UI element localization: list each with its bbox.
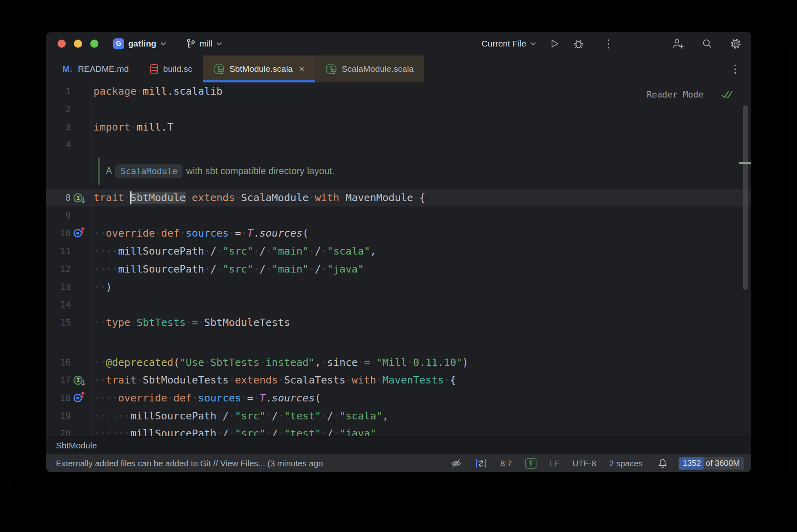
code-line[interactable]	[91, 296, 751, 314]
code-token: ·/·	[321, 410, 339, 422]
notifications-bell-icon[interactable]	[657, 458, 668, 469]
code-token: "src"	[235, 428, 265, 436]
tab-readme-md[interactable]: M↓ README.md	[52, 55, 140, 82]
code-line[interactable]: ··override·def·sources·=·T.sources(	[91, 224, 751, 242]
code-token: ·mill.T	[130, 121, 173, 133]
code-token: "scala"	[327, 245, 370, 257]
code-line[interactable]: ··type·SbtTests·=·SbtModuleTests	[91, 314, 751, 332]
line-number[interactable]: 12	[52, 264, 71, 274]
more-actions-kebab-icon[interactable]: ⋮	[603, 38, 614, 49]
code-line[interactable]	[91, 100, 751, 118]
tab-label: ScalaModule.scala	[342, 64, 414, 74]
code-token: "main"	[272, 245, 309, 257]
code-token: .	[266, 392, 272, 404]
code-line[interactable]: ··@deprecated("Use·SbtTests·instead",·si…	[91, 353, 751, 371]
code-line[interactable]: ····override·def·sources·=·T.sources(	[91, 389, 751, 407]
tab-build-sc[interactable]: build.sc	[140, 55, 203, 82]
reader-mode-widget[interactable]: Reader Mode	[647, 89, 734, 100]
project-name: gatling	[128, 39, 156, 49]
doc-code-chip[interactable]: ScalaModule	[115, 164, 183, 178]
memory-indicator[interactable]: 1352 of 3600M	[679, 457, 744, 470]
code-line[interactable]: ······millSourcePath·/·"src"·/·"test"·/·…	[91, 407, 751, 425]
line-number[interactable]: 17	[52, 375, 71, 385]
line-number[interactable]: 1	[52, 86, 71, 96]
line-number[interactable]: 2	[52, 104, 71, 114]
line-separator-widget[interactable]: LF	[550, 459, 559, 468]
debug-button[interactable]	[573, 38, 584, 49]
editor-pane[interactable]: 1package·mill.scalalib23import·mill.T4AS…	[46, 82, 751, 436]
line-number[interactable]: 4	[52, 140, 71, 150]
inspections-ok-check-icon[interactable]	[720, 89, 734, 100]
gutter: 3	[46, 118, 91, 136]
doc-text: A	[106, 166, 112, 177]
line-number[interactable]: 16	[52, 357, 71, 368]
code-line[interactable]: ····millSourcePath·/·"src"·/·"main"·/·"j…	[91, 260, 751, 278]
code-token: ·extends	[229, 374, 278, 386]
vertical-scrollbar[interactable]	[743, 105, 748, 290]
zoom-window-button[interactable]	[90, 40, 98, 48]
code-token: ·extends	[186, 192, 235, 204]
search-everywhere-icon[interactable]	[701, 38, 713, 49]
error-stripe-caret-mark	[739, 162, 751, 164]
sync-columns-icon[interactable]	[475, 457, 487, 470]
tab-sbtmodule-scala[interactable]: T SbtModule.scala ×	[203, 55, 315, 82]
line-number[interactable]: 19	[52, 411, 71, 421]
code-line[interactable]: import·mill.T	[91, 118, 751, 136]
line-number[interactable]: 20	[52, 428, 71, 436]
indent-widget[interactable]: 2 spaces	[609, 459, 643, 468]
breadcrumb-item[interactable]: SbtModule	[56, 441, 97, 450]
minimize-window-button[interactable]	[74, 40, 82, 48]
overrides-gutter-icon[interactable]	[73, 229, 82, 237]
line-number[interactable]: 14	[52, 299, 71, 310]
code-token: trait	[94, 192, 124, 204]
scala-script-icon	[150, 64, 158, 74]
code-token: (	[174, 357, 180, 368]
line-number[interactable]: 13	[52, 282, 71, 292]
overrides-gutter-icon[interactable]	[73, 394, 82, 402]
line-number[interactable]: 18	[52, 393, 71, 403]
vcs-branch-widget[interactable]: mill	[186, 38, 223, 49]
code-token: sources	[272, 392, 315, 404]
tab-label: build.sc	[163, 64, 192, 74]
code-row: 17I↓··trait·SbtModuleTests·extends·Scala…	[46, 371, 751, 389]
line-number[interactable]: 11	[52, 246, 71, 256]
run-configuration-name: Current File	[481, 39, 526, 49]
code-token: ,·since·=·	[315, 357, 376, 368]
highlighting-off-eye-icon[interactable]	[450, 458, 462, 469]
line-number[interactable]: 15	[52, 317, 71, 328]
close-tab-icon[interactable]: ×	[299, 64, 305, 74]
run-configuration-selector[interactable]: Current File	[481, 39, 536, 49]
line-number[interactable]: 10	[52, 228, 71, 238]
line-number[interactable]: 8	[52, 193, 71, 203]
code-line[interactable]	[91, 136, 751, 154]
close-window-button[interactable]	[58, 40, 66, 48]
indent-guide	[106, 425, 106, 436]
tab-scalamodule-scala[interactable]: T ScalaModule.scala	[315, 55, 424, 82]
line-number[interactable]: 9	[52, 211, 71, 221]
code-line[interactable]: ······millSourcePath·/·"src"·/·"test"·/·…	[91, 425, 751, 436]
run-button[interactable]	[549, 38, 560, 49]
markdown-icon: M↓	[62, 64, 73, 74]
code-line[interactable]: trait·SbtModule·extends·ScalaModule·with…	[91, 189, 751, 207]
code-line[interactable]: ··trait·SbtModuleTests·extends·ScalaTest…	[91, 371, 751, 389]
tab-options-kebab-icon[interactable]: ⋮	[730, 64, 741, 75]
code-line[interactable]: ····millSourcePath·/·"src"·/·"main"·/·"s…	[91, 242, 751, 260]
code-line[interactable]	[91, 206, 751, 224]
caret-position-widget[interactable]: 8:7	[500, 459, 512, 468]
code-row: 19······millSourcePath·/·"src"·/·"test"·…	[46, 407, 751, 425]
vim-mode-badge[interactable]: T	[525, 458, 537, 469]
status-message[interactable]: Externally added files can be added to G…	[56, 459, 442, 468]
project-widget[interactable]: G gatling	[113, 38, 166, 49]
code-token: "test"	[284, 428, 321, 436]
code-token: T	[247, 227, 253, 239]
code-token: ··trait	[94, 374, 136, 386]
encoding-widget[interactable]: UTF-8	[572, 459, 596, 468]
code-token: .	[253, 227, 259, 239]
memory-used: 1352	[679, 457, 703, 470]
settings-gear-icon[interactable]	[730, 38, 741, 49]
code-line[interactable]: ··)	[91, 278, 751, 296]
line-number[interactable]: 3	[52, 122, 71, 132]
code-row: 15··type·SbtTests·=·SbtModuleTests	[46, 314, 751, 332]
code-with-me-add-user-icon[interactable]	[672, 38, 684, 49]
gutter: 12	[46, 260, 91, 278]
